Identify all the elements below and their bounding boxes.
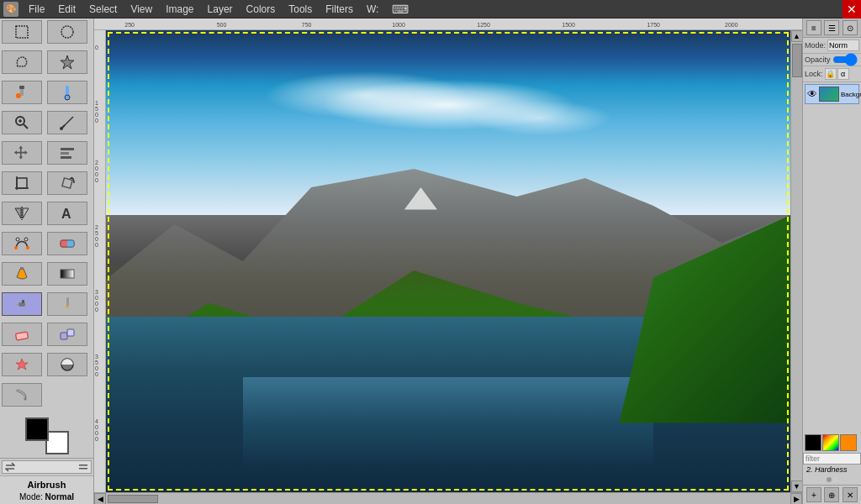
ruler-top: 250 500 750 1000 1250 1500 1750 2000 (94, 18, 802, 30)
svg-rect-22 (62, 178, 72, 188)
align-tool[interactable] (47, 141, 87, 165)
vertical-scroll-handle[interactable] (792, 44, 802, 77)
filter-input[interactable] (803, 453, 861, 465)
move-tool[interactable] (2, 141, 42, 165)
layer-visibility-toggle[interactable]: 👁 (807, 88, 817, 100)
zoom-tool[interactable] (2, 111, 42, 134)
canvas-area[interactable] (106, 30, 790, 492)
layers-view-btn[interactable]: ≡ (806, 20, 821, 35)
orange-color-strip[interactable] (840, 434, 857, 451)
svg-rect-16 (61, 148, 74, 150)
fuzzy-select-tool[interactable] (47, 50, 87, 74)
color-gradient-strip[interactable] (822, 434, 839, 451)
svg-point-41 (14, 306, 16, 307)
ruler-left: 0 1500 2000 2500 3000 3500 4000 (94, 30, 106, 492)
ruler-vtick-2000: 2000 (95, 160, 98, 183)
delete-layer-btn[interactable]: ✕ (843, 487, 858, 502)
lock-alpha-btn[interactable]: α (837, 68, 849, 80)
color-balance-tool[interactable] (47, 232, 87, 255)
svg-point-30 (16, 238, 19, 241)
layer-thumbnail (819, 87, 839, 102)
horizontal-scroll-handle[interactable] (108, 495, 158, 503)
lock-position-btn[interactable]: 🔒 (825, 68, 837, 80)
layer-entry[interactable]: 👁 Background (805, 84, 859, 104)
swap-icon (5, 462, 15, 472)
svg-point-29 (26, 246, 29, 249)
lasso-tool[interactable] (2, 50, 42, 74)
svg-rect-36 (61, 270, 74, 278)
color-strips (803, 433, 861, 453)
background-color-swatch[interactable] (45, 431, 69, 454)
canvas-wrapper: 0 1500 2000 2500 3000 3500 4000 (94, 30, 802, 492)
ruler-vtick-3000: 3000 (95, 289, 98, 312)
clone-tool[interactable] (47, 323, 87, 346)
svg-point-14 (60, 127, 63, 130)
scroll-left-arrow[interactable]: ◀ (94, 493, 106, 505)
lock-row: Lock: 🔒 α (803, 66, 861, 82)
ruler-vtick-3500: 3500 (95, 354, 98, 377)
main-layout: A (0, 18, 861, 504)
scroll-right-arrow[interactable]: ▶ (790, 493, 802, 505)
rotate-tool[interactable] (47, 171, 87, 195)
menu-image[interactable]: Image (159, 2, 200, 17)
ellipse-select-tool[interactable] (47, 20, 87, 44)
paintbrush-tool[interactable] (47, 292, 87, 316)
text-tool[interactable]: A (47, 202, 87, 225)
airbrush-tool[interactable] (2, 292, 42, 316)
color-picker-tool[interactable] (2, 81, 42, 104)
menu-tools[interactable]: Tools (282, 2, 319, 17)
svg-point-28 (14, 246, 18, 249)
channels-view-btn[interactable]: ☰ (824, 20, 839, 35)
paths-view-btn[interactable]: ⊙ (843, 20, 858, 35)
opacity-slider[interactable] (832, 55, 858, 64)
canvas-scrollbar-bottom: ◀ ▶ (94, 492, 802, 504)
crop-tool[interactable] (2, 171, 42, 195)
measure-tool[interactable] (47, 111, 87, 134)
duplicate-layer-btn[interactable]: ⊕ (824, 487, 839, 502)
scroll-up-arrow[interactable]: ▲ (791, 30, 803, 42)
svg-marker-23 (69, 177, 74, 179)
heal-tool[interactable] (2, 353, 42, 376)
rectangle-select-tool[interactable] (2, 20, 42, 44)
menu-file[interactable]: File (22, 2, 51, 17)
ruler-tick-1000: 1000 (392, 22, 405, 28)
foreground-color-swatch[interactable] (25, 417, 49, 441)
svg-point-39 (16, 304, 18, 306)
mode-selector[interactable]: Norm (827, 39, 859, 51)
options-icon (78, 462, 88, 472)
menu-select[interactable]: Select (82, 2, 124, 17)
svg-line-9 (24, 124, 28, 129)
dodge-burn-tool[interactable] (47, 353, 87, 376)
new-layer-btn[interactable]: + (806, 487, 821, 502)
menu-colors[interactable]: Colors (240, 2, 283, 17)
color-area (0, 414, 93, 458)
svg-marker-2 (61, 55, 74, 69)
menu-edit[interactable]: Edit (51, 2, 82, 17)
ruler-tick-2000: 2000 (725, 22, 738, 28)
menu-view[interactable]: View (124, 2, 159, 17)
gradient-tool[interactable] (47, 262, 87, 286)
tool-mode-toggle[interactable] (2, 460, 92, 474)
menu-windows[interactable]: W: (360, 2, 385, 17)
bucket-fill-tool[interactable] (2, 262, 42, 286)
color-swatches (22, 417, 72, 454)
svg-rect-47 (79, 465, 87, 466)
tool-mode-display: Mode: Normal (3, 491, 90, 502)
opacity-row: Opacity (803, 54, 861, 66)
black-color-strip[interactable] (805, 434, 821, 451)
smudge-tool[interactable] (2, 383, 42, 407)
menu-filters[interactable]: Filters (319, 2, 360, 17)
close-button[interactable]: ✕ (843, 0, 861, 18)
menu-layer[interactable]: Layer (201, 2, 240, 17)
scroll-down-arrow[interactable]: ▼ (791, 480, 803, 492)
svg-rect-43 (15, 332, 28, 340)
eraser-tool[interactable] (2, 323, 42, 346)
paths-tool[interactable] (2, 232, 42, 255)
keyboard-toggle[interactable]: ⌨ (385, 1, 415, 18)
eyedropper-tool[interactable] (47, 81, 87, 104)
svg-marker-24 (15, 208, 21, 218)
canvas-scrollbar-right: ▲ ▼ (790, 30, 802, 492)
flip-tool[interactable] (2, 202, 42, 225)
svg-rect-34 (67, 240, 74, 247)
layers-toolbar: + ⊕ ✕ (803, 485, 861, 504)
